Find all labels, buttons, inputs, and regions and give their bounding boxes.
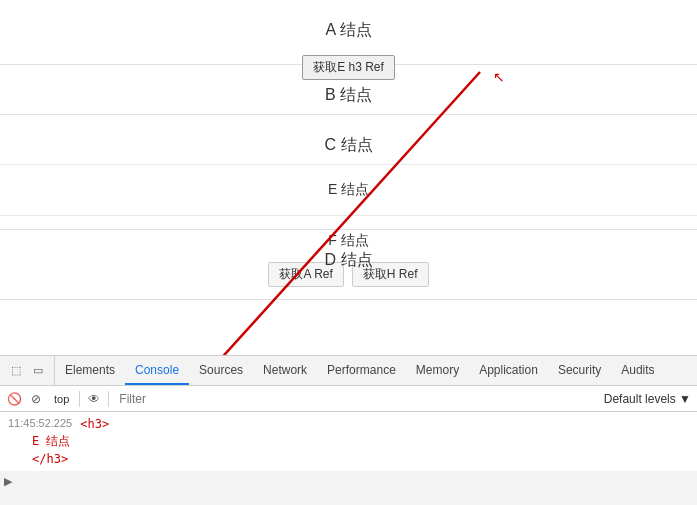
console-h3-close: </h3> — [32, 452, 68, 466]
get-e-h3-ref-button[interactable]: 获取E h3 Ref — [302, 55, 395, 80]
clear-icon[interactable]: 🚫 — [6, 391, 22, 407]
console-line-1: 11:45:52.225 <h3> — [8, 416, 689, 432]
section-e-title: E 结点 — [0, 175, 697, 205]
tab-console[interactable]: Console — [125, 356, 189, 385]
tab-performance[interactable]: Performance — [317, 356, 406, 385]
console-output: 11:45:52.225 <h3> E 结点 </h3> — [0, 412, 697, 471]
console-h3-open: <h3> — [80, 417, 109, 431]
tab-memory[interactable]: Memory — [406, 356, 469, 385]
tab-network[interactable]: Network — [253, 356, 317, 385]
device-icon[interactable]: ▭ — [30, 363, 46, 379]
devtools-panel: ⬚ ▭ Elements Console Sources Network Per… — [0, 355, 697, 505]
context-select[interactable]: top — [50, 393, 73, 405]
devtools-toolbar: 🚫 ⊘ top 👁 Default levels ▼ — [0, 386, 697, 412]
section-e: E 结点 — [0, 164, 697, 215]
toolbar-divider2 — [108, 391, 109, 407]
tab-security[interactable]: Security — [548, 356, 611, 385]
devtools-tabs: ⬚ ▭ Elements Console Sources Network Per… — [0, 356, 697, 386]
expand-arrow[interactable]: ▶ — [0, 475, 697, 488]
eye-icon[interactable]: 👁 — [86, 391, 102, 407]
inspect-icon[interactable]: ⬚ — [8, 363, 24, 379]
filter-icon[interactable]: ⊘ — [28, 391, 44, 407]
section-b-title: B 结点 — [0, 77, 697, 114]
default-levels-dropdown[interactable]: Default levels ▼ — [604, 392, 691, 406]
console-line-2: E 结点 — [8, 432, 689, 451]
toolbar-divider — [79, 391, 80, 407]
console-line-3: </h3> — [8, 451, 689, 467]
console-e-node: E 结点 — [32, 433, 70, 450]
section-c-title: C 结点 — [0, 127, 697, 164]
filter-input[interactable] — [115, 392, 597, 406]
tab-application[interactable]: Application — [469, 356, 548, 385]
tab-elements[interactable]: Elements — [55, 356, 125, 385]
section-a: A 结点 获取E h3 Ref — [0, 0, 697, 65]
devtools-icons: ⬚ ▭ — [0, 356, 55, 385]
section-a-title: A 结点 — [0, 12, 697, 49]
tab-sources[interactable]: Sources — [189, 356, 253, 385]
timestamp: 11:45:52.225 — [8, 417, 72, 429]
section-c: C 结点 E 结点 F 结点 获取A Ref 获取H Ref — [0, 115, 697, 230]
main-content: A 结点 获取E h3 Ref B 结点 C 结点 E 结点 F 结点 获取A … — [0, 0, 697, 355]
tab-audits[interactable]: Audits — [611, 356, 664, 385]
